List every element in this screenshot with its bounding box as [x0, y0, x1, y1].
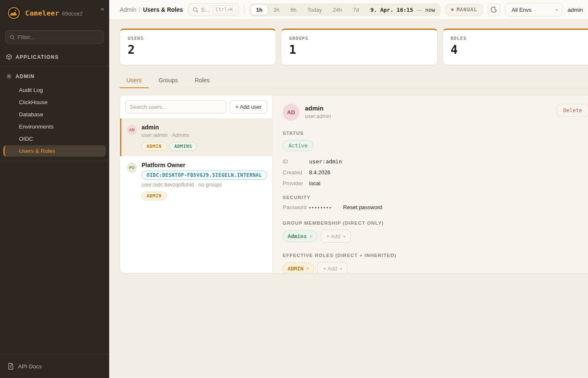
- badge-row: ADMIN: [142, 192, 267, 200]
- sidebar-item-database[interactable]: Database: [3, 109, 106, 120]
- stat-card-roles: ROLES 4: [443, 29, 588, 65]
- group-chips: Admins × + Add ▾: [283, 230, 588, 243]
- password-row: Password •••••••• Reset password: [283, 204, 588, 210]
- stat-value: 4: [451, 43, 588, 57]
- add-user-button[interactable]: + Add user: [230, 100, 267, 113]
- sidebar-section-applications[interactable]: APPLICATIONS: [0, 50, 109, 63]
- topbar: Admin / Users & Roles S… Ctrl+K 1h 3h 6h…: [109, 0, 588, 20]
- global-search-button[interactable]: S… Ctrl+K: [188, 3, 239, 16]
- add-label: + Add: [323, 265, 337, 272]
- password-label: Password: [283, 204, 309, 210]
- remove-chip-icon[interactable]: ×: [310, 234, 312, 239]
- chevron-down-icon: ▾: [556, 8, 558, 12]
- breadcrumb: Admin / Users & Roles: [120, 6, 183, 13]
- tab-bar: Users Groups Roles: [120, 74, 588, 88]
- stat-card-users: USERS 2: [120, 29, 276, 65]
- api-docs-link[interactable]: API Docs: [0, 357, 109, 378]
- delete-user-button[interactable]: Delete: [557, 104, 588, 117]
- add-label: + Add: [326, 233, 341, 239]
- field-value: 8.4.2026: [309, 169, 331, 176]
- remove-chip-icon[interactable]: ×: [307, 266, 310, 271]
- section-label: ADMIN: [16, 74, 34, 79]
- search-icon: [193, 7, 198, 13]
- reset-password-button[interactable]: Reset password: [343, 204, 382, 210]
- sidebar-section-admin[interactable]: ADMIN: [0, 69, 109, 83]
- sidebar-item-clickhouse[interactable]: ClickHouse: [3, 97, 106, 108]
- user-name: Platform Owner: [142, 162, 267, 168]
- add-role-button[interactable]: + Add ▾: [318, 262, 347, 273]
- chip-label: Admins: [288, 233, 307, 239]
- search-shortcut-badge: Ctrl+K: [213, 5, 236, 14]
- sidebar-filter[interactable]: [5, 30, 104, 44]
- avatar: AD: [283, 104, 299, 121]
- sidebar-item-audit-log[interactable]: Audit Log: [3, 84, 106, 96]
- search-users-input[interactable]: [125, 100, 226, 113]
- sidebar-divider: [0, 161, 109, 161]
- detail-user-name: admin: [305, 105, 331, 112]
- tab-roles[interactable]: Roles: [188, 74, 216, 88]
- sidebar-item-oidc[interactable]: OIDC: [3, 133, 106, 144]
- content: USERS 2 GROUPS 1 ROLES 4 Users Groups Ro…: [109, 20, 588, 378]
- time-range-6h[interactable]: 6h: [285, 5, 302, 15]
- refresh-mode-badge[interactable]: MANUAL: [446, 4, 483, 16]
- detail-user-id: user:admin: [305, 113, 331, 119]
- tab-users[interactable]: Users: [120, 74, 149, 88]
- stat-card-groups: GROUPS 1: [281, 29, 437, 65]
- time-range-1h[interactable]: 1h: [251, 5, 268, 15]
- security-section-header: SECURITY: [283, 195, 588, 200]
- env-select-value: All Envs: [512, 7, 531, 13]
- chip-label: ADMIN: [288, 265, 304, 272]
- tab-groups[interactable]: Groups: [152, 74, 185, 88]
- sidebar-nav: Audit Log ClickHouse Database Environmen…: [0, 83, 109, 157]
- theme-toggle-button[interactable]: [488, 3, 500, 16]
- user-detail-header: AD admin user:admin Delete: [283, 104, 588, 121]
- search-icon: [10, 34, 15, 40]
- sidebar-header: Cameleer 69dcce2 «: [0, 0, 109, 27]
- sidebar-item-users-roles[interactable]: Users & Roles: [3, 145, 106, 157]
- chevron-down-icon: ▾: [340, 267, 342, 271]
- time-range-today[interactable]: Today: [302, 5, 328, 15]
- api-docs-label: API Docs: [18, 363, 42, 370]
- sidebar-filter-input[interactable]: [18, 34, 100, 40]
- roles-section-header: EFFECTIVE ROLES (DIRECT + INHERITED): [283, 253, 588, 258]
- oidc-badge: OIDC:DESKTOP-FB5VGJ9.SIEGELN.INTERNAL: [142, 171, 267, 180]
- user-list-item-admin[interactable]: AD admin user:admin · Admins ADMIN ADMIN…: [120, 118, 272, 156]
- status-section-header: STATUS: [283, 131, 588, 136]
- moon-icon: [491, 6, 497, 13]
- field-label: Provider: [283, 180, 309, 186]
- sidebar-footer: API Docs: [0, 352, 109, 378]
- breadcrumb-admin[interactable]: Admin: [120, 6, 136, 13]
- field-row-created: Created 8.4.2026: [283, 169, 588, 176]
- role-chips: ADMIN × + Add ▾: [283, 262, 588, 273]
- role-badge: ADMIN: [142, 142, 167, 151]
- users-panel: + Add user AD admin user:admin · Admins …: [120, 95, 588, 273]
- stat-value: 1: [289, 43, 429, 57]
- breadcrumb-separator: /: [139, 6, 141, 13]
- time-range-3h[interactable]: 3h: [268, 5, 285, 15]
- badge-row: ADMIN ADMINS: [142, 142, 197, 151]
- user-list-header: + Add user: [120, 95, 272, 118]
- add-group-button[interactable]: + Add ▾: [321, 230, 351, 243]
- user-name: admin: [142, 124, 197, 131]
- sidebar-item-environments[interactable]: Environments: [3, 121, 106, 132]
- time-separator: —: [416, 7, 422, 13]
- avatar: AD: [127, 125, 137, 135]
- field-label: ID: [283, 158, 309, 165]
- user-detail: AD admin user:admin Delete STATUS Active…: [273, 95, 588, 273]
- stat-label: ROLES: [451, 36, 588, 41]
- field-label: Created: [283, 169, 309, 176]
- field-row-provider: Provider local: [283, 180, 588, 186]
- env-select[interactable]: All Envs ▾: [505, 3, 562, 16]
- time-to[interactable]: now: [422, 7, 439, 13]
- sidebar-collapse-icon[interactable]: «: [101, 5, 104, 12]
- user-subtitle: user:oidc:8evzqofluhld · no groups: [142, 182, 267, 188]
- time-from[interactable]: 9. Apr. 16:15: [365, 7, 417, 13]
- field-value: local: [309, 180, 320, 186]
- time-range-7d[interactable]: 7d: [347, 5, 364, 15]
- group-chip-admins: Admins ×: [283, 230, 318, 242]
- time-range-24h[interactable]: 24h: [328, 5, 348, 15]
- time-range-picker: 1h 3h 6h Today 24h 7d 9. Apr. 16:15 — no…: [249, 3, 441, 16]
- groups-section-header: GROUP MEMBERSHIP (DIRECT ONLY): [283, 220, 588, 226]
- role-chip-admin: ADMIN ×: [283, 262, 314, 273]
- user-list-item-platform-owner[interactable]: PO Platform Owner OIDC:DESKTOP-FB5VGJ9.S…: [120, 156, 272, 206]
